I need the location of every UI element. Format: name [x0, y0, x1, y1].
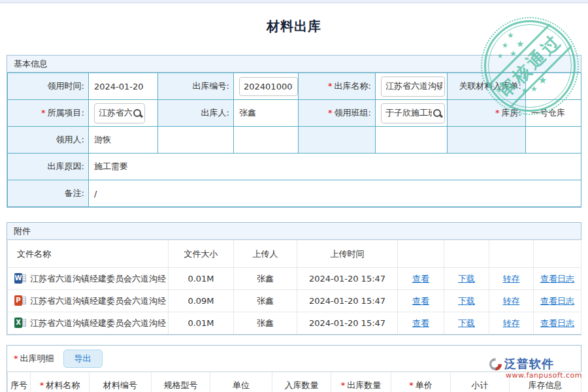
team-text: 于子欣施工班 [385, 107, 432, 119]
empty-label-cell [448, 127, 526, 154]
view-log-link[interactable]: 查看日志 [540, 318, 574, 328]
reason-value: 施工需要 [89, 154, 581, 180]
team-input[interactable]: 于子欣施工班 [381, 103, 445, 123]
col-material-no: 材料编号 [90, 372, 152, 392]
file-size: 0.01M [169, 268, 234, 290]
outbound-person-label: 出库人: [158, 100, 234, 127]
empty-cell [158, 127, 234, 154]
outbound-detail-title: 出库明细 [20, 353, 54, 365]
outbound-detail-table: 序号 *材料名称 材料编号 规格型号 单位 入库数量 *出库数量 *单价 小计 … [7, 372, 581, 392]
material-outbound-page: 材料出库 基本信息 领用时间: 2024-01-20 出库编号: *出库名称: [0, 0, 588, 392]
outbound-name-cell: 江苏省六道沟镇 [376, 73, 448, 100]
form-row-2: *所属项目: 江苏省六道沟 出库人: 张鑫 *领用班组: 于子欣施工班 [8, 100, 581, 127]
pickup-time-value: 2024-01-20 [89, 73, 158, 100]
pickup-person-value: 游恢 [89, 127, 158, 154]
view-link[interactable]: 查看 [412, 318, 429, 328]
export-button[interactable]: 导出 [63, 350, 103, 368]
outbound-no-cell [234, 73, 299, 100]
required-mark: * [328, 81, 333, 91]
attachment-row: P江苏省六道沟镇经建委员会六道沟经 0.09M 张鑫 2024-01-20 15… [8, 290, 581, 312]
form-row-1: 领用时间: 2024-01-20 出库编号: *出库名称: 江苏省六道沟镇 关联… [8, 73, 581, 100]
col-stock-info: 库存信息 [510, 372, 581, 392]
outbound-person-value: 张鑫 [234, 100, 299, 127]
col-unit: 单位 [210, 372, 272, 392]
basic-info-panel: 基本信息 领用时间: 2024-01-20 出库编号: *出库名称: 江苏省六道… [7, 55, 581, 208]
view-log-link[interactable]: 查看日志 [540, 296, 574, 306]
empty-cell [526, 127, 581, 154]
search-icon[interactable] [133, 108, 142, 118]
transfer-link[interactable]: 转存 [503, 274, 520, 284]
required-mark: * [14, 353, 18, 363]
project-cell: 江苏省六道沟 [89, 100, 158, 127]
file-name-cell: P江苏省六道沟镇经建委员会六道沟经 [8, 290, 169, 312]
col-uploader: 上传人 [234, 240, 297, 268]
attachments-header: 附件 [7, 223, 581, 240]
basic-info-table: 领用时间: 2024-01-20 出库编号: *出库名称: 江苏省六道沟镇 关联… [7, 73, 581, 207]
search-icon[interactable] [433, 108, 442, 118]
remark-value: / [89, 180, 581, 207]
outbound-name-label: 出库名称: [335, 81, 371, 91]
attachments-header-row: 文件名称 文件大小 上传人 上传时间 [8, 240, 581, 268]
related-inbound-value [526, 73, 581, 100]
col-action-4 [534, 240, 581, 268]
col-material-name: *材料名称 [31, 372, 90, 392]
attachment-row: W江苏省六道沟镇经建委员会六道沟经 0.01M 张鑫 2024-01-20 15… [8, 268, 581, 290]
project-label-cell: *所属项目: [8, 100, 89, 127]
warehouse-label-cell: *库房: [448, 100, 526, 127]
file-uploader: 张鑫 [234, 290, 297, 312]
warehouse-label: 库房: [502, 108, 521, 118]
star-icon: ★ [516, 39, 525, 48]
basic-info-header: 基本信息 [7, 56, 581, 73]
outbound-detail-panel: * 出库明细 导出 序号 *材料名称 材料编号 规格型号 单位 入库数量 *出库… [7, 345, 581, 392]
word-file-icon: W [14, 273, 26, 284]
download-link[interactable]: 下载 [458, 274, 475, 284]
required-mark: * [328, 108, 333, 118]
view-link[interactable]: 查看 [412, 274, 429, 284]
file-uploader: 张鑫 [234, 268, 297, 290]
excel-file-icon: X [14, 318, 26, 328]
file-upload-time: 2024-01-20 15:47 [297, 268, 398, 290]
warehouse-value: 一号仓库 [526, 100, 581, 127]
transfer-link[interactable]: 转存 [503, 318, 520, 328]
file-name-cell: X江苏省六道沟镇经建委员会六道沟经 [8, 312, 169, 335]
file-name: 江苏省六道沟镇经建委员会六道沟经 [30, 318, 166, 328]
view-link[interactable]: 查看 [412, 296, 429, 306]
outbound-no-input[interactable] [239, 77, 298, 96]
pickup-time-label: 领用时间: [8, 73, 89, 100]
file-name-cell: W江苏省六道沟镇经建委员会六道沟经 [8, 268, 169, 290]
file-upload-time: 2024-01-20 15:47 [297, 312, 398, 335]
col-subtotal: 小计 [451, 372, 510, 392]
view-log-link[interactable]: 查看日志 [540, 274, 574, 284]
transfer-link[interactable]: 转存 [503, 296, 520, 306]
form-row-4: 出库原因: 施工需要 [8, 154, 581, 180]
file-uploader: 张鑫 [234, 312, 297, 335]
related-inbound-label: 关联材料入库单: [448, 73, 526, 100]
outbound-detail-bar: * 出库明细 导出 [7, 346, 581, 372]
file-size: 0.01M [169, 312, 234, 335]
col-action-3 [489, 240, 534, 268]
download-link[interactable]: 下载 [458, 296, 475, 306]
detail-header-row: 序号 *材料名称 材料编号 规格型号 单位 入库数量 *出库数量 *单价 小计 … [8, 372, 581, 392]
remark-label: 备注: [8, 180, 89, 207]
form-row-3: 领用人: 游恢 [8, 127, 581, 154]
col-file-name: 文件名称 [8, 240, 169, 268]
outbound-name-label-cell: *出库名称: [299, 73, 376, 100]
form-row-5: 备注: / [8, 180, 581, 207]
col-action-1 [398, 240, 444, 268]
file-name: 江苏省六道沟镇经建委员会六道沟经 [30, 296, 166, 306]
file-name: 江苏省六道沟镇经建委员会六道沟经 [30, 274, 166, 284]
col-action-2 [444, 240, 489, 268]
outbound-no-label: 出库编号: [158, 73, 234, 100]
ppt-file-icon: P [14, 295, 26, 306]
empty-cell [376, 127, 448, 154]
project-label: 所属项目: [48, 108, 84, 118]
project-input[interactable]: 江苏省六道沟 [94, 103, 145, 123]
star-icon: ★ [502, 42, 508, 49]
download-link[interactable]: 下载 [458, 318, 475, 328]
empty-label-cell [299, 127, 376, 154]
col-unit-price: *单价 [391, 372, 451, 392]
team-cell: 于子欣施工班 [376, 100, 448, 127]
outbound-name-input[interactable]: 江苏省六道沟镇 [381, 76, 445, 97]
attachments-panel: 附件 文件名称 文件大小 上传人 上传时间 W江苏省六道沟镇经建委员会六道沟经 [7, 222, 581, 335]
col-seq: 序号 [8, 372, 31, 392]
